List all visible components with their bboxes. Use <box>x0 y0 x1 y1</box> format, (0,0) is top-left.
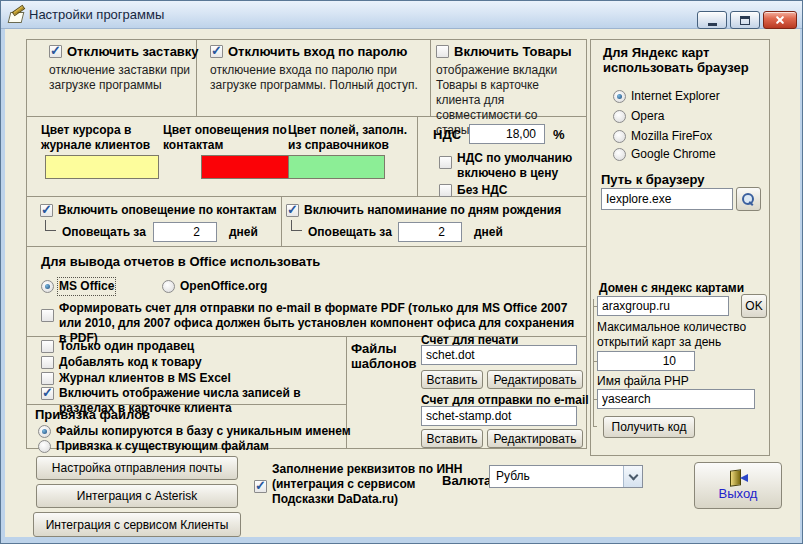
checkbox-label: Отключить вход по паролю <box>228 44 407 59</box>
checkbox-desc: отключение заставки при загрузке програм… <box>49 63 201 93</box>
radio-label: Привязка к существующим файлам <box>56 439 269 454</box>
connector-line <box>593 299 594 427</box>
checkbox-box <box>41 309 54 322</box>
checkbox-box <box>49 45 62 58</box>
print-invoice-template-input[interactable] <box>421 345 577 365</box>
radio-opera[interactable]: Opera <box>613 109 664 124</box>
alert-days-suffix: дней <box>474 225 503 240</box>
radio-circle <box>38 440 51 453</box>
minimize-button[interactable] <box>697 11 727 29</box>
php-filename-input[interactable] <box>597 389 755 409</box>
divider <box>430 39 431 116</box>
radio-link-existing-files[interactable]: Привязка к существующим файлам <box>38 439 269 454</box>
checkbox-label: Включить оповещение по контактам <box>58 203 277 218</box>
cursor-color-swatch[interactable] <box>45 155 159 179</box>
yandex-domain-input[interactable] <box>597 296 729 316</box>
radio-internet-explorer[interactable]: Internet Explorer <box>613 89 720 104</box>
caption-buttons <box>697 11 797 29</box>
checkbox-box <box>41 372 54 385</box>
exit-button-label: Выход <box>719 487 758 501</box>
connector-line <box>291 220 302 231</box>
radio-copy-files-unique[interactable]: Файлы копируются в базу с уникальным име… <box>38 424 351 439</box>
dropdown-arrow-button[interactable] <box>623 466 642 487</box>
checkbox-label: Без НДС <box>457 183 507 198</box>
radio-circle <box>38 425 51 438</box>
checkbox-label: Включить напоминание по дням рождения <box>304 203 561 218</box>
radio-circle <box>162 280 175 293</box>
clients-service-integration-button[interactable]: Интеграция с сервисом Клиенты <box>33 512 241 537</box>
insert-email-template-button[interactable]: Вставить <box>421 429 483 448</box>
dialog-body: Отключить заставку отключение заставки п… <box>5 29 800 537</box>
vat-input[interactable] <box>469 124 545 144</box>
radio-label: Opera <box>631 109 664 124</box>
checkbox-inn-dadata[interactable]: Заполнение реквизитов по ИНН (интеграция… <box>254 462 470 507</box>
checkbox-label: Только один продавец <box>59 339 194 354</box>
checkbox-no-vat[interactable]: Без НДС <box>439 183 507 198</box>
checkbox-box <box>254 480 267 493</box>
settings-window: Настройки программы Отключить заставку о… <box>0 0 803 544</box>
asterisk-integration-button[interactable]: Интеграция с Asterisk <box>36 484 238 508</box>
checkbox-box <box>286 204 299 217</box>
currency-dropdown[interactable]: Рубль <box>489 465 643 488</box>
office-heading: Для вывода отчетов в Office использовать <box>41 254 320 269</box>
birthday-alert-days-input[interactable] <box>398 222 462 242</box>
radio-google-chrome[interactable]: Google Chrome <box>613 147 716 162</box>
checkbox-label: Включить Товары <box>454 44 572 59</box>
checkbox-contact-alerts[interactable]: Включить оповещение по контактам <box>40 203 277 218</box>
checkbox-label: НДС по умолчанию включено в цену <box>457 151 579 181</box>
checkbox-birthday-reminders[interactable]: Включить напоминание по дням рождения <box>286 203 561 218</box>
radio-label: OpenOffice.org <box>180 279 267 294</box>
close-button[interactable] <box>763 11 797 29</box>
checkbox-single-seller[interactable]: Только один продавец <box>41 339 194 354</box>
edit-email-template-button[interactable]: Редактировать <box>487 429 583 448</box>
checkbox-enable-goods[interactable]: Включить Товары <box>436 44 572 59</box>
mail-settings-button[interactable]: Настройка отправления почты <box>36 456 238 480</box>
get-code-button[interactable]: Получить код <box>603 416 695 438</box>
chevron-down-icon <box>628 470 638 480</box>
checkbox-label: Заполнение реквизитов по ИНН (интеграция… <box>272 462 470 507</box>
maximize-button[interactable] <box>730 11 760 29</box>
checkbox-disable-splash[interactable]: Отключить заставку <box>49 44 199 59</box>
divider <box>26 246 587 247</box>
alert-days-prefix: Оповещать за <box>62 225 146 240</box>
checkbox-box <box>41 387 54 400</box>
checkbox-label: Добавлять код к товару <box>59 355 202 370</box>
dictionary-fields-color-swatch[interactable] <box>288 155 385 179</box>
email-invoice-template-input[interactable] <box>421 406 577 426</box>
minimize-icon <box>708 23 717 26</box>
vat-unit: % <box>553 127 565 142</box>
checkbox-vat-included[interactable]: НДС по умолчанию включено в цену <box>439 151 579 181</box>
currency-value: Рубль <box>496 469 530 484</box>
search-icon <box>742 193 755 206</box>
edit-print-template-button[interactable]: Редактировать <box>487 370 583 389</box>
close-icon <box>774 14 786 26</box>
browser-path-input[interactable] <box>601 188 733 210</box>
checkbox-box <box>436 45 449 58</box>
checkbox-clients-journal-excel[interactable]: Журнал клиентов в MS Excel <box>41 371 231 386</box>
radio-label: Mozilla FireFox <box>631 129 712 144</box>
swatch-label: Цвет оповещения по контактам <box>163 123 291 153</box>
checkbox-disable-password-login[interactable]: Отключить вход по паролю <box>210 44 407 59</box>
checkbox-box <box>40 204 53 217</box>
swatch-label: Цвет полей, заполн. из справочников <box>288 123 418 153</box>
radio-mozilla-firefox[interactable]: Mozilla FireFox <box>613 129 712 144</box>
contact-alert-days-input[interactable] <box>153 222 217 242</box>
radio-ms-office[interactable]: MS Office <box>41 279 114 294</box>
checkbox-box <box>439 184 452 197</box>
php-filename-label: Имя файла PHP <box>597 374 689 389</box>
radio-circle <box>613 148 626 161</box>
checkbox-desc: отключение входа по паролю при загрузке … <box>210 63 428 93</box>
checkbox-add-code-to-goods[interactable]: Добавлять код к товару <box>41 355 202 370</box>
titlebar[interactable]: Настройки программы <box>1 1 802 29</box>
checkbox-label: Отключить заставку <box>67 44 199 59</box>
radio-label: Файлы копируются в базу с уникальным име… <box>56 424 351 439</box>
domain-ok-button[interactable]: OK <box>741 294 767 318</box>
exit-button[interactable]: Выход <box>694 462 782 509</box>
swatch-label: Цвет курсора в журнале клиентов <box>41 123 169 153</box>
browse-browser-button[interactable] <box>736 187 761 211</box>
insert-print-template-button[interactable]: Вставить <box>421 370 483 389</box>
max-map-opens-input[interactable] <box>597 351 695 371</box>
radio-label: Google Chrome <box>631 147 716 162</box>
vat-label: НДС <box>433 127 461 142</box>
radio-openoffice[interactable]: OpenOffice.org <box>162 279 267 294</box>
